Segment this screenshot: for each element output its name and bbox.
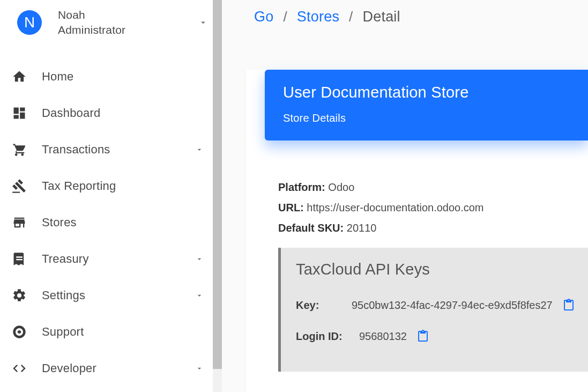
platform-label: Platform: — [278, 181, 325, 193]
sidebar-item-developer[interactable]: Developer — [0, 350, 222, 387]
breadcrumb: Go / Stores / Detail — [222, 0, 588, 25]
url-value: https://user-documentation.odoo.com — [307, 202, 483, 213]
sidebar: N Noah Administrator Home Dashboard — [0, 0, 222, 392]
breadcrumb-separator: / — [283, 9, 287, 25]
sidebar-item-settings[interactable]: Settings — [0, 277, 222, 314]
breadcrumb-stores[interactable]: Stores — [297, 9, 339, 25]
sidebar-item-label: Settings — [42, 289, 195, 302]
api-keys-title: TaxCloud API Keys — [296, 261, 575, 278]
api-key-label: Key: — [296, 299, 347, 312]
sidebar-item-treasury[interactable]: Treasury — [0, 241, 222, 277]
profile-text: Noah Administrator — [42, 8, 198, 38]
sidebar-scrollbar-thumb[interactable] — [213, 0, 222, 369]
sidebar-item-dashboard[interactable]: Dashboard — [0, 95, 222, 131]
sidebar-item-label: Support — [42, 325, 210, 339]
breadcrumb-current: Detail — [363, 9, 400, 25]
chevron-down-icon — [195, 255, 204, 263]
card-title: User Documentation Store — [283, 84, 570, 101]
chevron-down-icon — [195, 364, 204, 373]
receipt-icon — [12, 252, 27, 267]
chevron-down-icon — [195, 291, 204, 300]
sidebar-item-label: Home — [42, 70, 210, 84]
sidebar-item-label: Treasury — [42, 252, 195, 266]
cart-icon — [12, 142, 27, 157]
sidebar-item-label: Dashboard — [42, 106, 210, 120]
sidebar-item-label: Developer — [42, 361, 195, 375]
store-detail-card: User Documentation Store Store Details P… — [246, 70, 588, 392]
login-id-label: Login ID: — [296, 330, 355, 343]
clipboard-icon[interactable] — [562, 298, 575, 313]
chevron-down-icon — [195, 145, 204, 154]
breadcrumb-separator: / — [349, 9, 353, 25]
store-icon — [12, 215, 27, 230]
code-icon — [12, 361, 27, 376]
card-subtitle: Store Details — [283, 112, 570, 124]
sidebar-item-label: Stores — [42, 216, 210, 230]
sidebar-item-support[interactable]: Support — [0, 314, 222, 350]
sku-value: 20110 — [347, 222, 377, 234]
gear-icon — [12, 288, 27, 303]
profile-name: Noah — [58, 8, 198, 23]
sku-label: Default SKU: — [278, 222, 344, 234]
home-icon — [12, 69, 27, 84]
sidebar-item-home[interactable]: Home — [0, 58, 222, 95]
support-icon — [12, 324, 27, 339]
dashboard-icon — [12, 106, 27, 121]
sidebar-item-label: Transactions — [42, 143, 195, 157]
chevron-down-icon — [198, 18, 208, 27]
sidebar-item-transactions[interactable]: Transactions — [0, 131, 222, 168]
sidebar-item-stores[interactable]: Stores — [0, 204, 222, 241]
login-id-value: 95680132 — [359, 330, 407, 343]
platform-row: Platform: Odoo — [278, 177, 588, 197]
sidebar-item-label: Tax Reporting — [42, 179, 210, 193]
sidebar-item-tax-reporting[interactable]: Tax Reporting — [0, 168, 222, 204]
api-key-row: Key: 95c0bw132-4fac-4297-94ec-e9xd5f8fes… — [296, 298, 575, 313]
platform-value: Odoo — [328, 181, 354, 193]
profile-role: Administrator — [58, 23, 198, 38]
nav: Home Dashboard Transactions Tax Reportin… — [0, 43, 222, 387]
profile-menu[interactable]: N Noah Administrator — [0, 2, 222, 43]
url-row: URL: https://user-documentation.odoo.com — [278, 197, 588, 218]
main-content: Go / Stores / Detail User Documentation … — [222, 0, 588, 392]
avatar: N — [17, 10, 42, 35]
url-label: URL: — [278, 202, 304, 213]
api-key-value: 95c0bw132-4fac-4297-94ec-e9xd5f8fes27 — [352, 299, 553, 312]
login-id-row: Login ID: 95680132 — [296, 329, 575, 344]
card-header: User Documentation Store Store Details — [265, 70, 588, 140]
clipboard-icon[interactable] — [416, 329, 429, 344]
breadcrumb-go[interactable]: Go — [254, 9, 273, 25]
api-keys-box: TaxCloud API Keys Key: 95c0bw132-4fac-42… — [278, 248, 588, 372]
gavel-icon — [12, 179, 27, 194]
store-details: Platform: Odoo URL: https://user-documen… — [278, 177, 588, 238]
sku-row: Default SKU: 20110 — [278, 218, 588, 238]
